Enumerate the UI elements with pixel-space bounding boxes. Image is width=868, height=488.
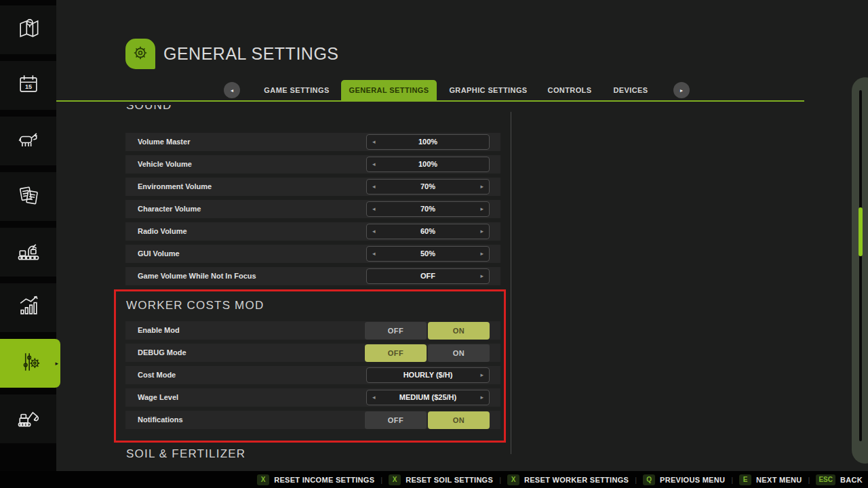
notifications-off-button[interactable]: OFF [365,411,427,429]
sidebar-item-construction[interactable] [0,394,56,443]
stepper-left-icon[interactable]: ◂ [372,180,376,194]
back-button[interactable]: ESC BACK [816,474,863,485]
setting-row-gui-volume: GUI Volume ◂ 50% ▸ [125,245,500,263]
tab-graphic-settings[interactable]: GRAPHIC SETTINGS [444,80,532,101]
setting-label: Volume Master [138,133,190,151]
sidebar-item-animals[interactable] [0,117,56,165]
setting-label: Game Volume While Not In Focus [138,267,256,285]
sidebar-item-statistics[interactable] [0,283,56,332]
tab-controls[interactable]: CONTROLS [542,80,597,101]
tab-game-settings[interactable]: GAME SETTINGS [258,80,336,101]
tab-underline [56,100,804,102]
setting-label: Enable Mod [138,321,180,340]
page-icon [125,39,155,69]
footer-separator: | [808,476,810,484]
footer-separator: | [499,476,501,484]
stepper-left-icon[interactable]: ◂ [372,202,376,216]
notifications-on-button[interactable]: ON [428,411,490,429]
setting-label: Notifications [138,411,183,429]
stepper-left-icon[interactable]: ◂ [372,247,376,261]
animal-icon [15,126,42,156]
setting-label: Cost Mode [138,366,176,384]
sidebar-item-contracts[interactable] [0,172,56,221]
reset-worker-settings-button[interactable]: X RESET WORKER SETTINGS [507,474,629,485]
stepper-right-icon[interactable]: ▸ [480,269,484,283]
setting-row-environment-volume: Environment Volume ◂ 70% ▸ [125,178,500,196]
setting-row-volume-master: Volume Master ◂ 100% [125,133,500,151]
tab-general-settings[interactable]: GENERAL SETTINGS [341,80,437,101]
enable-mod-off-button[interactable]: OFF [365,322,427,340]
production-icon [15,237,42,267]
stepper-left-icon[interactable]: ◂ [372,390,376,405]
debug-mode-on-button[interactable]: ON [428,344,490,362]
page-scrollbar-thumb[interactable] [859,207,863,256]
map-icon [15,15,42,45]
stepper-left-icon[interactable]: ◂ [372,224,376,239]
stepper-value: 60% [367,224,489,239]
sidebar-item-calendar[interactable]: 15 [0,61,56,110]
footer-bar: X RESET INCOME SETTINGS | X RESET SOIL S… [0,471,868,488]
stepper-right-icon[interactable]: ▸ [480,180,484,194]
setting-label: Wage Level [138,388,178,407]
volume-master-stepper[interactable]: ◂ 100% [366,134,490,150]
debug-mode-toggle: OFF ON [365,344,490,362]
page-title: GENERAL SETTINGS [163,44,339,64]
debug-mode-off-button[interactable]: OFF [365,344,427,362]
vehicle-volume-stepper[interactable]: ◂ 100% [366,157,490,172]
stepper-value: HOURLY ($/H) [367,368,489,382]
enable-mod-on-button[interactable]: ON [428,322,490,340]
contracts-icon [15,182,42,211]
footer-label: BACK [840,476,863,484]
page-scrollbar-track [859,90,862,441]
stepper-right-icon[interactable]: ▸ [480,247,484,261]
reset-soil-settings-button[interactable]: X RESET SOIL SETTINGS [389,474,493,485]
section-title-worker-costs-mod: WORKER COSTS MOD [126,299,504,312]
setting-row-character-volume: Character Volume ◂ 70% ▸ [125,200,500,218]
key-x-badge: X [389,474,401,485]
wage-level-stepper[interactable]: ◂ MEDIUM ($25/H) ▸ [366,390,490,405]
key-esc-badge: ESC [816,474,835,485]
sidebar-item-production[interactable] [0,228,56,277]
section-title-soil-fertilizer: SOIL & FERTILIZER [126,447,511,460]
setting-label: Character Volume [138,200,201,218]
screen: 15 ▸ [0,0,868,488]
setting-row-notifications: Notifications OFF ON [125,411,500,429]
list-scrollbar[interactable] [511,112,511,454]
cost-mode-stepper[interactable]: HOURLY ($/H) ▸ [366,367,490,383]
character-volume-stepper[interactable]: ◂ 70% ▸ [366,201,490,217]
key-x-badge: X [507,474,519,485]
sidebar-item-settings[interactable]: ▸ [0,339,60,388]
notifications-toggle: OFF ON [365,411,490,429]
previous-menu-button[interactable]: Q PREVIOUS MENU [643,474,725,485]
setting-row-vehicle-volume: Vehicle Volume ◂ 100% [125,155,500,174]
game-volume-focus-stepper[interactable]: OFF ▸ [366,268,490,284]
settings-list: SOUND Volume Master ◂ 100% Vehicle Volum… [114,105,511,460]
footer-label: RESET INCOME SETTINGS [274,476,374,484]
stepper-left-icon[interactable]: ◂ [372,135,376,149]
setting-label: GUI Volume [138,245,180,263]
settings-icon [17,348,44,378]
stepper-right-icon[interactable]: ▸ [480,224,484,239]
setting-label: Radio Volume [138,222,187,241]
stepper-right-icon[interactable]: ▸ [480,202,484,216]
radio-volume-stepper[interactable]: ◂ 60% ▸ [366,224,490,239]
stepper-value: 50% [367,247,489,261]
reset-income-settings-button[interactable]: X RESET INCOME SETTINGS [257,474,374,485]
stepper-value: OFF [367,269,489,283]
stepper-value: 100% [367,157,489,171]
setting-label: DEBUG Mode [138,344,186,362]
tabs-next-button[interactable]: ▸ [673,82,690,98]
stepper-value: MEDIUM ($25/H) [367,390,489,405]
stepper-right-icon[interactable]: ▸ [480,368,484,382]
stepper-value: 70% [367,180,489,194]
stepper-right-icon[interactable]: ▸ [480,390,484,405]
gui-volume-stepper[interactable]: ◂ 50% ▸ [366,246,490,262]
calendar-icon: 15 [15,70,42,100]
construction-icon [15,404,42,434]
tab-devices[interactable]: DEVICES [607,80,654,101]
sidebar-item-map[interactable] [0,5,56,54]
environment-volume-stepper[interactable]: ◂ 70% ▸ [366,179,490,195]
footer-label: NEXT MENU [756,476,802,484]
stepper-left-icon[interactable]: ◂ [372,157,376,171]
next-menu-button[interactable]: E NEXT MENU [739,474,802,485]
